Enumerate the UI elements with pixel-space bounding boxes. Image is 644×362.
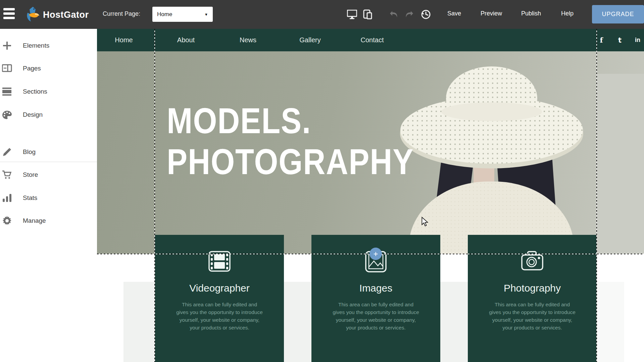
chevron-down-icon: ▼ bbox=[204, 12, 208, 16]
sidebar-divider bbox=[0, 162, 97, 162]
sidebar-item-store[interactable]: Store bbox=[0, 167, 97, 183]
mouse-cursor bbox=[420, 217, 429, 228]
sidebar-item-label: Elements bbox=[23, 42, 49, 49]
cart-icon bbox=[2, 170, 12, 180]
card-body: This area can be fully edited and gives … bbox=[488, 301, 577, 331]
add-image-badge[interactable]: + bbox=[369, 248, 382, 260]
bar-chart-icon bbox=[2, 193, 12, 203]
undo-icon[interactable] bbox=[388, 9, 400, 20]
sidebar-item-label: Store bbox=[23, 171, 38, 178]
hero-title-line2: PHOTOGRAPHY bbox=[167, 141, 414, 182]
sidebar-item-pages[interactable]: Pages bbox=[0, 60, 97, 76]
card-body: This area can be fully edited and gives … bbox=[175, 301, 264, 331]
linkedin-icon[interactable]: in bbox=[631, 29, 644, 51]
sidebar-item-elements[interactable]: Elements bbox=[0, 38, 97, 54]
page-dropdown[interactable]: Home ▼ bbox=[152, 7, 213, 22]
sidebar-item-stats[interactable]: Stats bbox=[0, 190, 97, 206]
sidebar-item-label: Design bbox=[23, 111, 43, 118]
sidebar-item-manage[interactable]: Manage bbox=[0, 213, 97, 229]
plus-icon bbox=[2, 41, 12, 51]
hero-title-line1: MODELS. bbox=[167, 100, 414, 141]
canvas-outside-page-overlay bbox=[596, 254, 644, 362]
brand-name: HostGator bbox=[43, 10, 89, 20]
card-title: Images bbox=[311, 282, 440, 294]
site-navbar: Home About News Gallery Contact f t in bbox=[97, 29, 644, 51]
gator-mascot-icon bbox=[26, 6, 40, 23]
current-page-label: Current Page: bbox=[103, 10, 140, 17]
sidebar-item-design[interactable]: Design bbox=[0, 107, 97, 123]
menu-icon[interactable] bbox=[3, 8, 15, 21]
desktop-icon[interactable] bbox=[346, 9, 358, 20]
pencil-icon bbox=[2, 147, 12, 157]
topbar: HostGator Current Page: Home ▼ Save Prev… bbox=[0, 0, 644, 29]
mobile-icon[interactable] bbox=[362, 9, 373, 20]
card-title: Videographer bbox=[155, 282, 284, 294]
gear-icon bbox=[2, 216, 12, 226]
sections-icon bbox=[2, 87, 12, 97]
help-button[interactable]: Help bbox=[561, 10, 574, 17]
hero-title[interactable]: MODELS. PHOTOGRAPHY bbox=[167, 100, 414, 182]
app-window: HostGator Current Page: Home ▼ Save Prev… bbox=[0, 0, 644, 362]
sidebar-item-blog[interactable]: Blog bbox=[0, 144, 97, 160]
page-dropdown-value: Home bbox=[157, 11, 172, 18]
content-guide-left bbox=[154, 29, 155, 362]
upgrade-button[interactable]: UPGRADE bbox=[592, 5, 644, 23]
canvas-outside-page-overlay bbox=[596, 74, 644, 254]
pages-icon bbox=[2, 63, 12, 73]
sidebar-item-label: Manage bbox=[23, 217, 46, 224]
palette-icon bbox=[2, 110, 12, 120]
sun-hat bbox=[392, 58, 600, 169]
site-nav-about[interactable]: About bbox=[161, 29, 211, 51]
sidebar-item-label: Sections bbox=[23, 88, 47, 95]
hero-section[interactable]: MODELS. PHOTOGRAPHY bbox=[97, 51, 644, 254]
site-nav-gallery[interactable]: Gallery bbox=[285, 29, 335, 51]
hostgator-logo: HostGator bbox=[26, 6, 89, 23]
content-guide-right bbox=[596, 29, 597, 362]
site-nav-contact[interactable]: Contact bbox=[347, 29, 397, 51]
sidebar-item-label: Pages bbox=[23, 65, 41, 72]
history-icon[interactable] bbox=[420, 9, 432, 20]
save-button[interactable]: Save bbox=[447, 10, 461, 17]
preview-button[interactable]: Preview bbox=[481, 10, 502, 17]
editor-canvas: Home About News Gallery Contact f t in bbox=[97, 29, 644, 362]
sidebar-item-label: Blog bbox=[23, 148, 36, 156]
redo-icon[interactable] bbox=[403, 9, 415, 20]
site-nav-home[interactable]: Home bbox=[99, 29, 149, 51]
sidebar-item-label: Stats bbox=[23, 194, 37, 202]
card-body: This area can be fully edited and gives … bbox=[332, 301, 420, 331]
twitter-icon[interactable]: t bbox=[613, 29, 627, 51]
card-title: Photography bbox=[468, 282, 597, 294]
site-nav-news[interactable]: News bbox=[223, 29, 273, 51]
publish-button[interactable]: Publish bbox=[521, 10, 541, 17]
sidebar-item-sections[interactable]: Sections bbox=[0, 84, 97, 100]
sidebar: Elements Pages Sections Design Blog bbox=[0, 29, 97, 362]
